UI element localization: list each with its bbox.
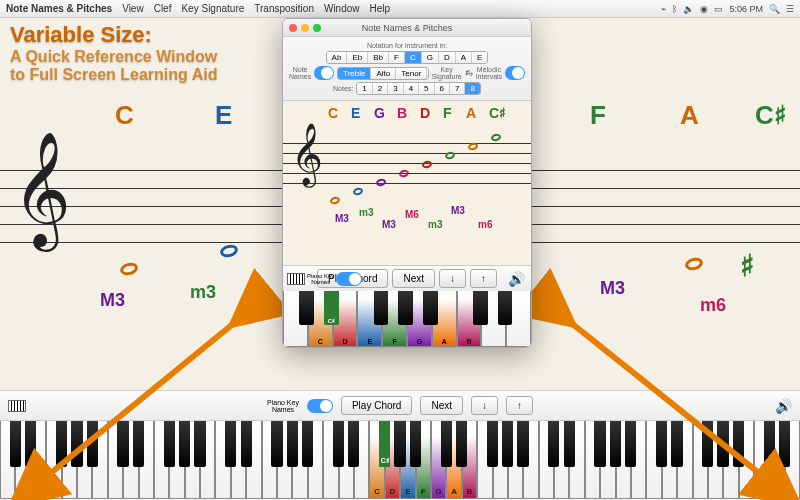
svg-line-1 bbox=[30, 310, 250, 490]
note-count-4[interactable]: 4 bbox=[404, 83, 419, 94]
treble-clef-icon: 𝄞 bbox=[291, 127, 323, 181]
interval-m3: m3 bbox=[428, 219, 442, 230]
key-label: F bbox=[383, 338, 406, 345]
interval-m6: m6 bbox=[478, 219, 492, 230]
note-name-B: B bbox=[397, 105, 407, 121]
window-toolbar: Notation for instrument in: AbEbBbFCGDAE… bbox=[283, 37, 531, 101]
black-key[interactable] bbox=[423, 291, 438, 325]
black-key[interactable] bbox=[473, 291, 488, 325]
note-name-G: G bbox=[374, 105, 385, 121]
note-name-A: A bbox=[466, 105, 476, 121]
note-names-label: Note Names bbox=[289, 66, 311, 80]
note-count-6[interactable]: 6 bbox=[435, 83, 450, 94]
note-names-toggle[interactable] bbox=[314, 66, 334, 80]
next-button[interactable]: Next bbox=[392, 269, 435, 288]
window-titlebar[interactable]: Note Names & Pitches bbox=[283, 19, 531, 37]
notehead bbox=[352, 187, 363, 196]
black-key[interactable] bbox=[498, 291, 513, 325]
notation-label: Notation for instrument in: bbox=[367, 42, 447, 49]
window-bottom-toolbar: Piano Key Names Play Chord Next ↓ ↑ 🔊 bbox=[283, 265, 531, 291]
instrument-key-Ab[interactable]: Ab bbox=[327, 52, 348, 63]
instrument-key-G[interactable]: G bbox=[422, 52, 439, 63]
black-key[interactable] bbox=[374, 291, 389, 325]
note-count-7[interactable]: 7 bbox=[450, 83, 465, 94]
note-count-2[interactable]: 2 bbox=[373, 83, 388, 94]
up-button[interactable]: ↑ bbox=[470, 269, 497, 288]
note-count-segment[interactable]: 12345678 bbox=[356, 82, 481, 95]
window-piano[interactable]: CDEFGABC♯ bbox=[283, 291, 531, 347]
down-button[interactable]: ↓ bbox=[439, 269, 466, 288]
clef-bass[interactable]: Bass bbox=[427, 68, 428, 79]
instrument-key-F[interactable]: F bbox=[389, 52, 405, 63]
clef-treble[interactable]: Treble bbox=[338, 68, 371, 79]
key-label: A bbox=[433, 338, 456, 345]
key-label: C♯ bbox=[324, 317, 339, 324]
note-name-F: F bbox=[443, 105, 452, 121]
melodic-toggle[interactable] bbox=[505, 66, 525, 80]
minimize-icon[interactable] bbox=[301, 24, 309, 32]
window-staff-area: 𝄞 CEGBDFAC♯ M3m3M3M6m3M3m6 bbox=[283, 101, 531, 265]
interval-M3: M3 bbox=[451, 205, 465, 216]
clef-alto[interactable]: Alto bbox=[371, 68, 396, 79]
speaker-icon[interactable]: 🔊 bbox=[508, 271, 525, 287]
svg-line-2 bbox=[555, 310, 780, 490]
black-key[interactable] bbox=[398, 291, 413, 325]
notehead bbox=[490, 133, 501, 142]
instrument-key-C[interactable]: C bbox=[405, 52, 422, 63]
note-name-D: D bbox=[420, 105, 430, 121]
window-controls bbox=[289, 24, 321, 32]
clef-segment[interactable]: TrebleAltoTenorBass bbox=[337, 67, 429, 80]
black-key[interactable] bbox=[299, 291, 314, 325]
note-count-3[interactable]: 3 bbox=[388, 83, 403, 94]
note-count-5[interactable]: 5 bbox=[419, 83, 434, 94]
notehead bbox=[329, 196, 340, 205]
instrument-key-A[interactable]: A bbox=[456, 52, 472, 63]
key-label: D bbox=[334, 338, 357, 345]
note-name-C♯: C♯ bbox=[489, 105, 506, 121]
black-key[interactable]: C♯ bbox=[324, 291, 339, 325]
notes-count-label: Notes: bbox=[333, 85, 353, 92]
note-name-E: E bbox=[351, 105, 360, 121]
instrument-key-E[interactable]: E bbox=[472, 52, 487, 63]
key-label: G bbox=[408, 338, 431, 345]
keyboard-icon[interactable] bbox=[287, 273, 305, 285]
maximize-icon[interactable] bbox=[313, 24, 321, 32]
instrument-key-Eb[interactable]: Eb bbox=[347, 52, 368, 63]
floating-window: Note Names & Pitches Notation for instru… bbox=[282, 18, 532, 348]
interval-m3: m3 bbox=[359, 207, 373, 218]
key-label: B bbox=[458, 338, 481, 345]
key-label: E bbox=[358, 338, 381, 345]
instrument-key-segment[interactable]: AbEbBbFCGDAE bbox=[326, 51, 489, 64]
piano-key-names-label: Piano Key Names bbox=[307, 273, 334, 285]
instrument-key-D[interactable]: D bbox=[439, 52, 456, 63]
clef-tenor[interactable]: Tenor bbox=[396, 68, 427, 79]
close-icon[interactable] bbox=[289, 24, 297, 32]
interval-M3: M3 bbox=[382, 219, 396, 230]
piano-key-names-toggle[interactable] bbox=[336, 272, 362, 286]
note-count-1[interactable]: 1 bbox=[357, 83, 372, 94]
key-sig-label: Key Signature bbox=[432, 66, 462, 80]
key-label: C bbox=[309, 338, 332, 345]
instrument-key-Bb[interactable]: Bb bbox=[368, 52, 389, 63]
interval-M6: M6 bbox=[405, 209, 419, 220]
interval-M3: M3 bbox=[335, 213, 349, 224]
key-sig-display: ♯♭ bbox=[465, 68, 473, 78]
note-name-C: C bbox=[328, 105, 338, 121]
note-count-8[interactable]: 8 bbox=[465, 83, 479, 94]
melodic-label: Melodic Intervals bbox=[476, 66, 502, 80]
